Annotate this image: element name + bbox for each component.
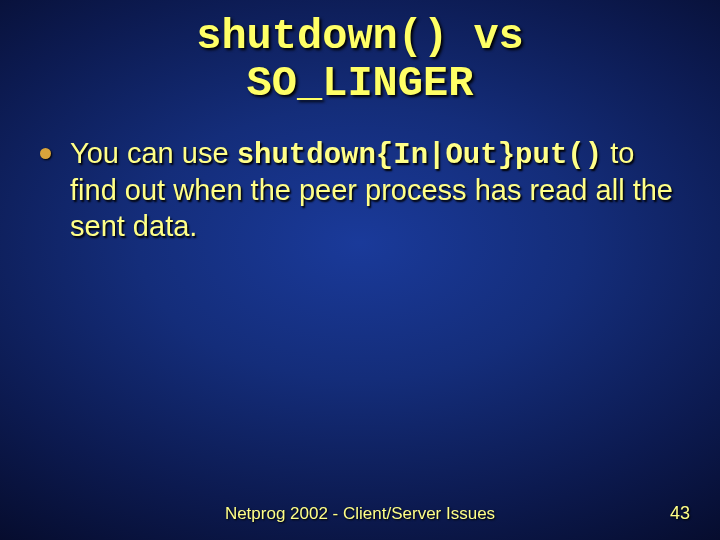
- page-number: 43: [670, 503, 690, 524]
- slide-title: shutdown() vs SO_LINGER: [0, 0, 720, 108]
- title-line-1: shutdown() vs: [0, 14, 720, 61]
- footer-center-text: Netprog 2002 - Client/Server Issues: [0, 504, 720, 524]
- bullet-item: You can use shutdown{In|Out}put() to fin…: [70, 136, 676, 244]
- bullet-text-prefix: You can use: [70, 137, 237, 169]
- bullet-code: shutdown{In|Out}put(): [237, 139, 602, 172]
- slide-body: You can use shutdown{In|Out}put() to fin…: [0, 108, 720, 244]
- title-line-2: SO_LINGER: [0, 61, 720, 108]
- bullet-icon: [40, 148, 51, 159]
